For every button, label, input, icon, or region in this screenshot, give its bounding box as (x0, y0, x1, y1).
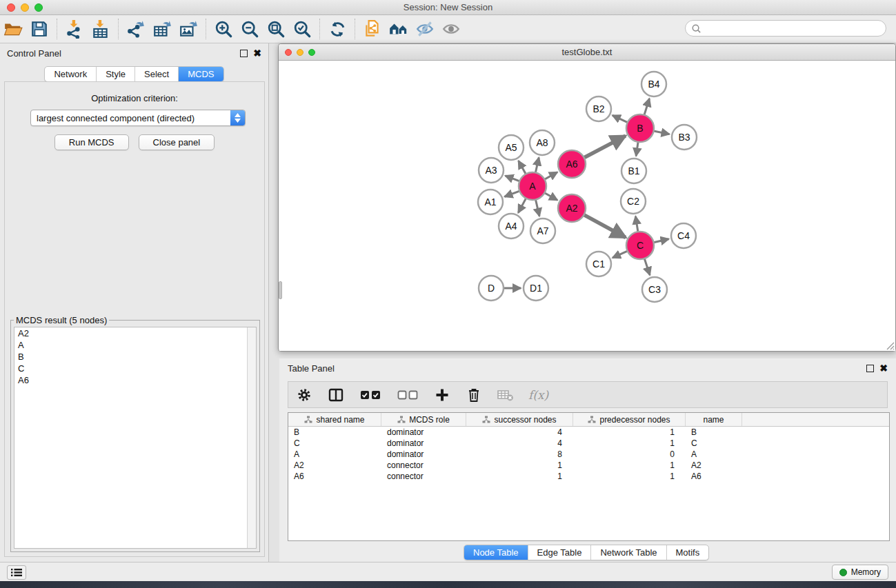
column-header-name[interactable]: name (686, 413, 742, 426)
column-header-shared-name[interactable]: shared name (288, 413, 381, 426)
column-header-successor-nodes[interactable]: successor nodes (466, 413, 573, 426)
edge-C-C2[interactable] (635, 216, 638, 232)
table-row[interactable]: Adominator80A (288, 449, 889, 460)
deselect-all-button[interactable] (396, 386, 419, 404)
edge-A-A2[interactable] (544, 193, 557, 200)
edge-A-A4[interactable] (518, 199, 526, 213)
node-C3[interactable]: C3 (642, 277, 667, 302)
run-mcds-button[interactable]: Run MCDS (54, 134, 129, 150)
edge-B-B3[interactable] (654, 131, 670, 134)
mcds-result-item[interactable]: B (14, 351, 256, 363)
edge-A-A5[interactable] (519, 161, 526, 174)
mcds-result-list[interactable]: A2ABCA6 (14, 327, 257, 549)
node-C[interactable]: C (626, 232, 654, 259)
table-row[interactable]: Cdominator41C (288, 438, 889, 449)
network-window-titlebar[interactable]: testGlobe.txt (279, 44, 895, 61)
import-network-button[interactable] (61, 18, 88, 40)
show-panels-button[interactable] (7, 565, 26, 580)
edge-B-B2[interactable] (613, 115, 628, 122)
hide-selected-button[interactable] (412, 18, 438, 40)
edge-A-A7[interactable] (535, 199, 539, 216)
node-A6[interactable]: A6 (558, 150, 586, 178)
node-C2[interactable]: C2 (621, 189, 646, 214)
export-image-button[interactable] (175, 18, 201, 40)
tab-select[interactable]: Select (135, 67, 179, 81)
search-input[interactable] (701, 23, 886, 34)
node-C4[interactable]: C4 (671, 223, 696, 248)
zoom-selected-button[interactable] (289, 18, 315, 40)
column-header-MCDS-role[interactable]: MCDS role (381, 413, 466, 426)
edge-A2-C[interactable] (584, 215, 626, 238)
delete-table-button[interactable] (497, 386, 515, 404)
table-tab-network-table[interactable]: Network Table (591, 545, 666, 560)
edge-B-B1[interactable] (636, 142, 638, 156)
split-table-button[interactable] (327, 386, 345, 404)
edge-A-A3[interactable] (506, 176, 520, 181)
delete-column-button[interactable] (465, 386, 483, 404)
table-tab-node-table[interactable]: Node Table (464, 545, 528, 560)
table-row[interactable]: A2connector11A2 (288, 460, 889, 471)
node-A1[interactable]: A1 (478, 190, 503, 214)
table-tab-motifs[interactable]: Motifs (667, 545, 709, 560)
edge-A6-B[interactable] (584, 136, 626, 158)
save-session-button[interactable] (26, 18, 52, 40)
column-header-predecessor-nodes[interactable]: predecessor nodes (573, 413, 686, 426)
node-C1[interactable]: C1 (586, 252, 611, 276)
float-panel-icon[interactable] (240, 50, 248, 57)
search-box[interactable] (685, 20, 886, 37)
node-B[interactable]: B (626, 114, 654, 142)
tab-network[interactable]: Network (45, 67, 97, 81)
table-row[interactable]: A6connector11A6 (288, 471, 889, 482)
zoom-fit-button[interactable] (263, 18, 289, 40)
network-graph[interactable]: B4B2BB3B1A5A8A6A3AA1A4A7A2C2C4CC1C3DD1 (279, 61, 895, 351)
node-D1[interactable]: D1 (524, 276, 548, 301)
network-vertical-scroll-nub[interactable] (279, 281, 282, 299)
node-B3[interactable]: B3 (672, 125, 697, 150)
edge-A-A8[interactable] (535, 157, 539, 172)
zoom-in-button[interactable] (210, 18, 237, 40)
tab-mcds[interactable]: MCDS (179, 67, 223, 81)
tab-style[interactable]: Style (97, 67, 135, 81)
edge-C-C1[interactable] (613, 251, 628, 258)
node-A3[interactable]: A3 (479, 158, 504, 183)
edge-C-C3[interactable] (644, 258, 650, 275)
node-A2[interactable]: A2 (558, 194, 586, 222)
select-all-button[interactable] (359, 386, 382, 404)
node-A4[interactable]: A4 (499, 214, 524, 239)
node-A7[interactable]: A7 (530, 219, 555, 243)
mcds-result-item[interactable]: A2 (14, 327, 256, 339)
refresh-button[interactable] (324, 18, 350, 40)
new-network-from-selection-button[interactable] (359, 18, 386, 40)
memory-button[interactable]: Memory (832, 565, 888, 580)
node-A8[interactable]: A8 (530, 130, 555, 155)
open-file-button[interactable] (0, 18, 26, 40)
first-neighbors-button[interactable] (386, 18, 412, 40)
edge-B-B4[interactable] (644, 99, 649, 115)
export-network-button[interactable] (123, 18, 149, 40)
close-table-panel-icon[interactable]: ✖ (879, 365, 888, 372)
node-A5[interactable]: A5 (499, 135, 524, 160)
node-B2[interactable]: B2 (586, 97, 611, 121)
add-column-button[interactable] (433, 386, 451, 404)
table-row[interactable]: Bdominator41B (288, 427, 889, 438)
network-canvas[interactable]: B4B2BB3B1A5A8A6A3AA1A4A7A2C2C4CC1C3DD1 (279, 61, 895, 351)
table-settings-button[interactable] (295, 386, 313, 404)
function-builder-button[interactable]: f(x) (528, 388, 548, 402)
zoom-out-button[interactable] (237, 18, 263, 40)
result-scrollbar[interactable] (247, 327, 256, 548)
edge-A-A6[interactable] (544, 172, 557, 179)
edge-C-C4[interactable] (654, 239, 669, 243)
node-B1[interactable]: B1 (621, 159, 646, 183)
import-table-button[interactable] (88, 18, 114, 40)
float-table-panel-icon[interactable] (866, 365, 874, 372)
close-panel-button[interactable]: Close panel (139, 134, 215, 150)
resize-grip-icon[interactable] (885, 341, 895, 350)
mcds-result-item[interactable]: A (14, 339, 256, 351)
node-B4[interactable]: B4 (641, 72, 666, 97)
criterion-dropdown[interactable]: largest connected component (directed) (30, 110, 246, 126)
mcds-result-item[interactable]: A6 (14, 374, 256, 386)
table-tab-edge-table[interactable]: Edge Table (528, 545, 592, 560)
export-table-button[interactable] (149, 18, 175, 40)
node-table[interactable]: shared nameMCDS rolesuccessor nodesprede… (288, 412, 890, 541)
node-D[interactable]: D (479, 276, 504, 301)
